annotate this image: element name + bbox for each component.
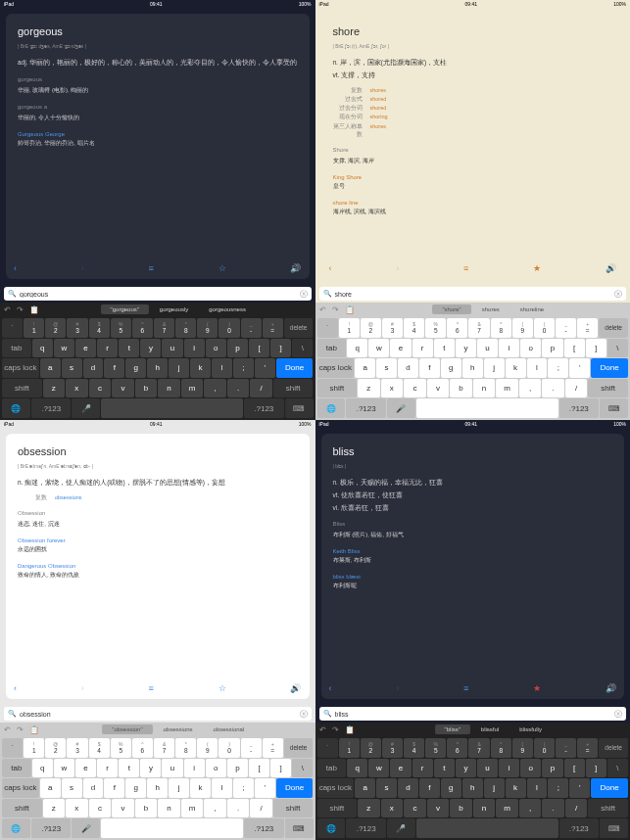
forward-icon[interactable]: › (396, 262, 399, 276)
key-u[interactable]: u (162, 759, 182, 778)
key-.[interactable]: . (227, 379, 250, 398)
key-3[interactable]: #3 (67, 318, 87, 338)
key-'[interactable]: ' (255, 778, 275, 798)
suggestion[interactable]: gorgeously (150, 304, 198, 314)
key-m[interactable]: m (181, 379, 204, 398)
key-0[interactable]: )0 (534, 738, 555, 758)
back-icon[interactable]: ‹ (329, 682, 332, 696)
key-8[interactable]: *8 (491, 738, 511, 758)
forward-icon[interactable]: › (396, 682, 399, 696)
key-1[interactable]: !1 (339, 318, 360, 338)
speaker-icon[interactable]: 🔊 (290, 682, 301, 696)
key-🎤[interactable]: 🎤 (72, 818, 100, 838)
key-.?123[interactable]: .?123 (559, 398, 600, 418)
star-icon[interactable]: ☆ (218, 682, 226, 696)
key-shift[interactable]: shift (273, 799, 314, 818)
key-delete[interactable]: delete (599, 738, 628, 758)
key-3[interactable]: #3 (382, 738, 403, 758)
key-[[interactable]: [ (564, 339, 585, 358)
menu-icon[interactable]: ≡ (149, 262, 154, 276)
key-0[interactable]: )0 (218, 738, 239, 758)
key-b[interactable]: b (135, 799, 158, 818)
key-4[interactable]: $4 (404, 738, 424, 758)
key-blank[interactable] (416, 398, 558, 418)
key-t[interactable]: t (119, 759, 139, 778)
key-\[interactable]: \ (607, 759, 628, 778)
key-a[interactable]: a (355, 358, 375, 378)
key-p[interactable]: p (542, 339, 562, 358)
key-h[interactable]: h (147, 778, 168, 798)
suggestion[interactable]: shores (472, 304, 509, 314)
key-.?123[interactable]: .?123 (346, 818, 386, 838)
key-e[interactable]: e (75, 759, 96, 778)
clear-icon[interactable]: ⓧ (300, 289, 308, 300)
search-input[interactable] (335, 291, 615, 298)
key-d[interactable]: d (398, 358, 418, 378)
key-3[interactable]: #3 (382, 318, 403, 338)
key-g[interactable]: g (441, 778, 461, 798)
key-6[interactable]: ^6 (447, 318, 467, 338)
key-⌨[interactable]: ⌨ (600, 818, 628, 838)
key-2[interactable]: @2 (45, 318, 66, 338)
key-[[interactable]: [ (249, 339, 269, 358)
speaker-icon[interactable]: 🔊 (606, 682, 616, 696)
suggestion[interactable]: obsessions (154, 724, 203, 734)
back-icon[interactable]: ‹ (14, 262, 17, 276)
key-blank[interactable] (101, 818, 243, 838)
undo-icon[interactable]: ↶ (4, 725, 11, 734)
key-'[interactable]: ' (569, 778, 590, 798)
key-🎤[interactable]: 🎤 (387, 398, 415, 418)
key-][interactable]: ] (270, 759, 291, 778)
key-g[interactable]: g (125, 358, 146, 378)
key-t[interactable]: t (434, 339, 455, 358)
key-u[interactable]: u (477, 759, 498, 778)
key-shift[interactable]: shift (317, 799, 358, 818)
key-0[interactable]: )0 (218, 318, 239, 338)
key-q[interactable]: q (32, 759, 53, 778)
search-bar[interactable]: 🔍 ⓧ (319, 287, 627, 301)
key-f[interactable]: f (104, 778, 124, 798)
key-t[interactable]: t (434, 759, 455, 778)
menu-icon[interactable]: ≡ (463, 262, 468, 276)
key-,[interactable]: , (204, 379, 226, 398)
key-shift[interactable]: shift (2, 799, 42, 818)
undo-icon[interactable]: ↶ (319, 305, 326, 314)
phrase-link[interactable]: Gorgeous George (18, 130, 298, 139)
key-y[interactable]: y (140, 339, 161, 358)
key-=[interactable]: += (577, 738, 598, 758)
key-p[interactable]: p (542, 759, 562, 778)
key-][interactable]: ] (586, 339, 606, 358)
key-d[interactable]: d (398, 778, 418, 798)
key-z[interactable]: z (358, 379, 380, 398)
key-9[interactable]: (9 (512, 738, 533, 758)
key-⌨[interactable]: ⌨ (285, 818, 314, 838)
key-🌐[interactable]: 🌐 (2, 398, 30, 418)
suggestion[interactable]: shoreline (510, 304, 554, 314)
redo-icon[interactable]: ↷ (17, 725, 24, 734)
suggestion[interactable]: "shore" (432, 304, 470, 314)
key-y[interactable]: y (456, 339, 476, 358)
key-x[interactable]: x (381, 799, 404, 818)
key-1[interactable]: !1 (24, 738, 44, 758)
speaker-icon[interactable]: 🔊 (290, 262, 301, 276)
key-shift[interactable]: shift (588, 379, 628, 398)
key-`[interactable]: ` (317, 738, 338, 758)
key-.?123[interactable]: .?123 (244, 398, 284, 418)
form-value[interactable]: shored (370, 104, 387, 112)
key-5[interactable]: %5 (111, 318, 131, 338)
key-g[interactable]: g (125, 778, 146, 798)
redo-icon[interactable]: ↷ (332, 305, 339, 314)
key-'[interactable]: ' (255, 358, 275, 378)
key-;[interactable]: ; (548, 778, 568, 798)
key-g[interactable]: g (441, 358, 461, 378)
key-caps lock[interactable]: caps lock (317, 358, 355, 378)
key-l[interactable]: l (527, 778, 548, 798)
speaker-icon[interactable]: 🔊 (606, 262, 616, 276)
key-delete[interactable]: delete (284, 318, 314, 338)
key-n[interactable]: n (473, 799, 496, 818)
key-b[interactable]: b (135, 379, 158, 398)
key-s[interactable]: s (62, 358, 82, 378)
search-bar[interactable]: 🔍 ⓧ (4, 707, 312, 721)
key-Done[interactable]: Done (591, 358, 628, 378)
key-n[interactable]: n (473, 379, 496, 398)
